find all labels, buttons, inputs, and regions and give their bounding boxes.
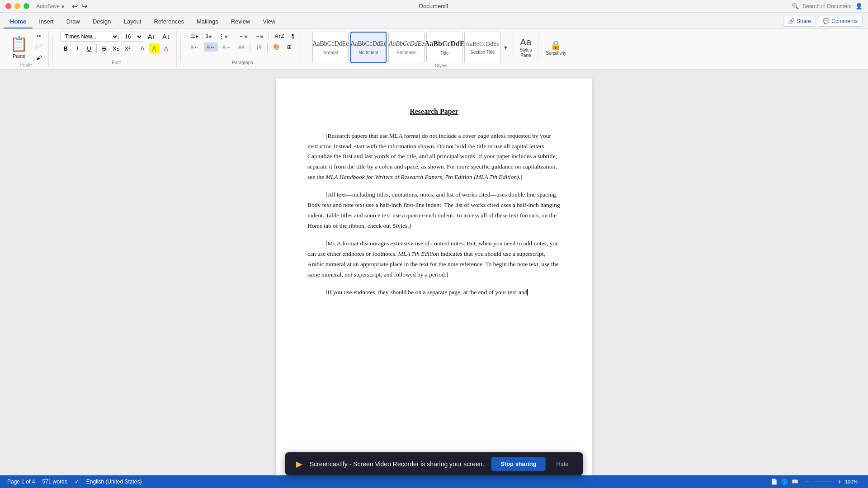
title-bar: AutoSave ● ↩ ↪ Document1 🔍 Search in Doc… xyxy=(0,0,868,13)
style-card-emphasis[interactable]: AaBbCcDdEe Emphasis xyxy=(388,32,425,63)
tab-insert[interactable]: Insert xyxy=(33,15,60,28)
hide-button[interactable]: Hide xyxy=(553,459,572,469)
print-view-icon[interactable]: 📄 xyxy=(771,479,778,485)
status-bar: Page 1 of 4 571 words ✓ English (United … xyxy=(0,475,868,488)
zoom-level: 100% xyxy=(845,479,861,484)
grow-font-button[interactable]: A↑ xyxy=(145,32,158,42)
style-label-no-indent: No Indent xyxy=(359,50,378,55)
paragraph-2: [All text—including titles, quotations, … xyxy=(307,190,561,231)
minimize-button[interactable] xyxy=(14,3,20,9)
close-button[interactable] xyxy=(5,3,11,9)
redo-icon[interactable]: ↪ xyxy=(81,2,87,10)
zoom-in-button[interactable]: + xyxy=(836,477,843,486)
italic-button[interactable]: I xyxy=(72,43,83,53)
sep-sensitivity xyxy=(538,34,538,61)
para-sep4 xyxy=(267,42,268,52)
text-highlight-button[interactable]: A xyxy=(149,43,160,53)
paragraph-label: Paragraph xyxy=(232,60,253,66)
paste-button[interactable]: 📋 Paste xyxy=(7,33,31,61)
clipboard-section: 📋 Paste ✂ 📄 🖌 Paste xyxy=(4,31,49,67)
document[interactable]: Research Paper [Research papers that use… xyxy=(276,79,592,475)
copy-button[interactable]: 📄 xyxy=(33,42,45,52)
font-color-button[interactable]: A xyxy=(160,43,171,53)
style-cards: AaBbCcDdEe Normal AaBbCcDdEe No Indent A… xyxy=(312,32,509,63)
window-controls[interactable] xyxy=(5,3,29,9)
multilevel-list-button[interactable]: ⋮≡ xyxy=(216,32,230,41)
para-sep1 xyxy=(233,32,233,41)
status-bar-right: 📄 🌐 📖 − ────── + 100% xyxy=(771,477,861,486)
superscript-button[interactable]: X² xyxy=(122,43,133,53)
sensitivity-button[interactable]: 🔒 Sensitivity xyxy=(542,38,570,57)
style-preview-title: AaBbCcDdE xyxy=(425,39,465,49)
borders-button[interactable]: ⊞ xyxy=(284,42,294,52)
paragraph-3: [MLA format discourages extensive use of… xyxy=(307,239,561,280)
clipboard-label: Paste xyxy=(20,62,32,68)
text-effects-button[interactable]: A xyxy=(137,43,148,53)
show-hide-button[interactable]: ¶ xyxy=(289,32,297,41)
tab-home[interactable]: Home xyxy=(4,15,33,28)
font-size-select[interactable]: 16 xyxy=(121,32,143,42)
justify-button[interactable]: ≡≡ xyxy=(236,42,247,52)
style-card-no-indent[interactable]: AaBbCcDdEe No Indent xyxy=(350,32,387,63)
profile-icon[interactable]: 👤 xyxy=(855,3,863,9)
styles-label: Styles xyxy=(435,63,447,69)
paste-icon: 📋 xyxy=(10,35,28,52)
zoom-slider[interactable]: ────── xyxy=(813,479,834,484)
font-name-select[interactable]: Times New... xyxy=(60,32,119,42)
format-painter-button[interactable]: 🖌 xyxy=(33,53,45,62)
align-center-button[interactable]: ≡↔ xyxy=(204,42,218,52)
view-icons: 📄 🌐 📖 xyxy=(771,479,798,485)
align-left-button[interactable]: ≡← xyxy=(188,42,202,52)
bullets-button[interactable]: ☰▸ xyxy=(188,32,201,41)
language: English (United States) xyxy=(86,479,142,485)
undo-icon[interactable]: ↩ xyxy=(72,2,78,10)
paragraph-section: ☰▸ 1≡ ⋮≡ ←≡ →≡ A↕Z ¶ ≡← ≡↔ ≡→ ≡≡ ↕≡ 🎨 ⊞ xyxy=(184,31,302,67)
style-card-title[interactable]: AaBbCcDdE Title xyxy=(426,32,462,63)
tab-design[interactable]: Design xyxy=(86,15,117,28)
shading-button[interactable]: 🎨 xyxy=(270,42,283,52)
cut-button[interactable]: ✂ xyxy=(33,32,45,41)
page-info: Page 1 of 4 xyxy=(7,479,35,485)
shrink-font-button[interactable]: A↓ xyxy=(160,32,172,42)
italic-span-1: MLA Handbook for Writers of Research Pap… xyxy=(326,174,519,180)
tab-draw[interactable]: Draw xyxy=(60,15,86,28)
style-card-normal[interactable]: AaBbCcDdEe Normal xyxy=(312,32,349,63)
tab-review[interactable]: Review xyxy=(225,15,257,28)
tab-view[interactable]: View xyxy=(256,15,282,28)
decrease-indent-button[interactable]: ←≡ xyxy=(236,32,250,41)
proofing-icon[interactable]: ✓ xyxy=(75,479,79,485)
style-card-section-title[interactable]: AaBbCcDdEe Section Title xyxy=(464,32,500,63)
line-spacing-button[interactable]: ↕≡ xyxy=(253,42,264,52)
bold-button[interactable]: B xyxy=(60,43,71,53)
underline-button[interactable]: U xyxy=(84,43,94,53)
sort-button[interactable]: A↕Z xyxy=(272,32,287,41)
numbering-button[interactable]: 1≡ xyxy=(203,32,215,41)
read-view-icon[interactable]: 📖 xyxy=(792,479,798,485)
web-view-icon[interactable]: 🌐 xyxy=(781,479,788,485)
screencastify-message: Screencastify - Screen Video Recorder is… xyxy=(310,460,484,468)
maximize-button[interactable] xyxy=(24,3,29,9)
document-title: Document1 xyxy=(419,3,449,9)
share-button[interactable]: 🔗 Share xyxy=(783,16,816,27)
align-right-button[interactable]: ≡→ xyxy=(220,42,234,52)
main-content: Research Paper [Research papers that use… xyxy=(0,70,868,475)
style-label-title: Title xyxy=(440,51,449,56)
comments-button[interactable]: 💬 Comments xyxy=(818,16,863,27)
tab-layout[interactable]: Layout xyxy=(117,15,147,28)
screencastify-icon: ▶ xyxy=(296,459,302,469)
sep-2 xyxy=(180,35,181,62)
tab-references[interactable]: References xyxy=(148,15,190,28)
sep-3 xyxy=(305,35,305,62)
styles-pane-label: StylesPane xyxy=(519,47,532,58)
zoom-out-button[interactable]: − xyxy=(804,477,811,486)
search-icon[interactable]: 🔍 xyxy=(792,3,799,9)
search-placeholder[interactable]: Search in Document xyxy=(802,3,852,9)
styles-expand-button[interactable]: ▾ xyxy=(502,43,509,52)
stop-sharing-button[interactable]: Stop sharing xyxy=(491,457,545,471)
subscript-button[interactable]: X₂ xyxy=(110,43,121,53)
styles-pane-button[interactable]: Aa StylesPane xyxy=(517,35,534,60)
screencastify-bar: ▶ Screencastify - Screen Video Recorder … xyxy=(285,452,583,475)
strikethrough-button[interactable]: S xyxy=(99,43,109,53)
increase-indent-button[interactable]: →≡ xyxy=(252,32,266,41)
tab-mailings[interactable]: Mailings xyxy=(190,15,225,28)
